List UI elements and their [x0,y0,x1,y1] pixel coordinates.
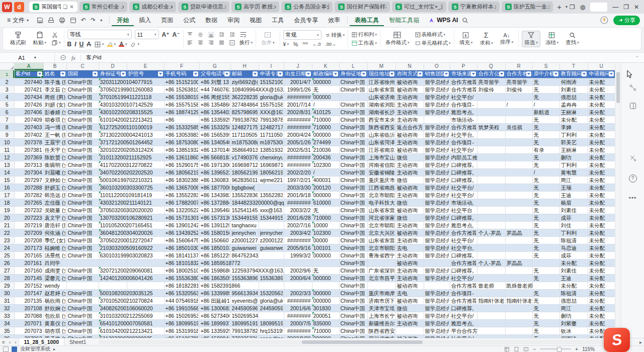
filter-dropdown-icon[interactable] [253,71,258,76]
cell[interactable]: 无 [532,206,559,214]
cell[interactable]: 罗晶晶 [505,259,532,267]
fx-icon[interactable]: fx [71,55,75,61]
cell[interactable]: +86 13901242 [164,221,199,229]
cell[interactable]: 陈歆赟 (女 [43,153,66,161]
cell[interactable] [505,153,532,161]
cell[interactable]: 207062 [14,334,43,338]
cell[interactable]: 未分配 [588,176,615,184]
cell[interactable]: / [312,101,339,108]
cell[interactable]: +44 07546918 [164,297,199,304]
cell[interactable]: 207223 [14,214,43,221]
worksheet-button[interactable]: 工作表 [351,40,377,47]
cell[interactable]: 主动咨询 [395,138,424,146]
cell[interactable]: 2005/1/26 [284,138,312,146]
cell[interactable]: 151521001 [259,78,284,85]
cell[interactable]: +86 13851932 [164,146,199,153]
cell[interactable]: ######## [284,236,312,244]
document-tab[interactable]: S贷款申请信息.xlsx [178,2,229,12]
cell[interactable]: 430321200211140121 [99,199,127,206]
filter-dropdown-icon[interactable] [60,71,65,76]
cell[interactable]: 主动咨询 [395,319,424,327]
cell[interactable]: China中国 [339,267,367,274]
cell[interactable]: 117110505 [259,131,284,138]
cell[interactable]: 口碑推荐, [450,214,477,221]
filter-dropdown-icon[interactable] [361,71,366,76]
sheet-tab-11_28_5_1000[interactable]: 11_28_5_1000 [19,338,65,345]
row-number[interactable]: 22 [0,229,14,236]
cell[interactable]: 未分配 [588,199,615,206]
cell[interactable]: 无 [532,116,559,123]
cell[interactable]: 雅思考点, [450,108,477,116]
cell[interactable]: 122593794XXX@163. [230,267,259,274]
cell[interactable] [66,259,99,267]
cell[interactable]: 2005/9/16 [284,244,312,251]
cell[interactable]: China中国 [339,297,367,304]
cell[interactable]: 主动咨询 [395,267,424,274]
align-right-icon[interactable] [208,40,214,46]
row-number[interactable]: 11 [0,146,14,153]
cell[interactable]: China中国 [66,244,99,251]
increase-indent-icon[interactable] [229,32,235,38]
cell[interactable]: 207071 [14,319,43,327]
row-number[interactable]: 33 [0,312,14,319]
cell[interactable]: / [532,168,559,176]
cell[interactable]: 362228235 [230,93,259,101]
cell[interactable]: China中国 [66,191,99,199]
header-cell[interactable]: 申请专用 [259,70,284,78]
cell[interactable]: 留学总经办 [424,199,450,206]
cell[interactable]: 安徽省铜陵 [367,168,395,176]
cell[interactable]: 710000 [312,116,339,123]
cell[interactable]: China中国 [66,327,99,334]
row-number[interactable]: 21 [0,221,14,229]
cell[interactable] [505,304,532,312]
menu-tab-10[interactable]: 效率 [323,15,345,26]
cell[interactable]: China中国 [66,78,99,85]
header-cell[interactable]: 身份证号 [99,70,127,78]
cell[interactable]: 包欣辰 (女 [43,312,66,319]
filter-dropdown-icon[interactable] [224,71,229,76]
column-letter[interactable]: A [14,63,43,70]
cell[interactable]: China中国 [66,334,99,338]
cell[interactable]: 合作项目- [450,289,477,297]
cell[interactable]: 500106199702210321 [99,176,127,184]
cell[interactable]: 山东省东营 [367,85,395,93]
account-area[interactable] [590,3,607,12]
cell[interactable]: 无 [532,93,559,101]
name-box[interactable]: A1▾ [0,53,55,62]
column-letter[interactable]: J [284,63,312,70]
select-all-corner[interactable] [0,63,14,70]
cell[interactable]: / [312,168,339,176]
cell[interactable]: China中国 [66,116,99,123]
cell[interactable]: +86 1343982452 [199,191,230,199]
cell[interactable] [477,319,505,327]
cell[interactable]: 文静如 (女 [43,176,66,184]
cell[interactable]: 口碑推荐, [450,267,477,274]
cell[interactable]: 社交平台, [450,244,477,251]
cell[interactable]: China中国 [66,123,99,131]
cell[interactable]: +86 1396522100 [199,168,230,176]
document-tab[interactable]: S成都公积金.xlsx [129,2,176,12]
menu-tab-8[interactable]: 工具 [267,15,289,26]
share-button[interactable]: 分享 [613,16,640,25]
cell[interactable]: 主动咨询 [395,274,424,282]
cell[interactable]: China中国 [339,131,367,138]
cell[interactable]: 被动咨询 [395,131,424,138]
cell[interactable]: 周煜 (男) [43,93,66,101]
sheet-tab-Sheet1[interactable]: Sheet1 [64,338,91,345]
cell[interactable]: 王丽淋 [559,108,588,116]
cell[interactable]: 强思喆 [559,93,588,101]
cell[interactable]: +86 15026953 [164,312,199,319]
filter-button[interactable]: 筛选 [522,31,540,47]
cell[interactable]: 207108 [14,304,43,312]
cell[interactable]: 陈子逸 (男 [43,78,66,85]
qat-chevron-icon[interactable]: ▾ [100,18,102,23]
wps-ai-button[interactable]: WPS AI [424,17,462,24]
cell[interactable]: China中国 [339,214,367,221]
cell[interactable]: 710000 [312,123,339,131]
cell[interactable]: 微信 [395,199,424,206]
cell[interactable]: 江苏省徐州 [367,78,395,85]
align-middle-icon[interactable] [197,32,204,38]
cell[interactable]: 何雨涛 [559,78,588,85]
cell[interactable] [259,251,284,259]
cell[interactable] [477,199,505,206]
